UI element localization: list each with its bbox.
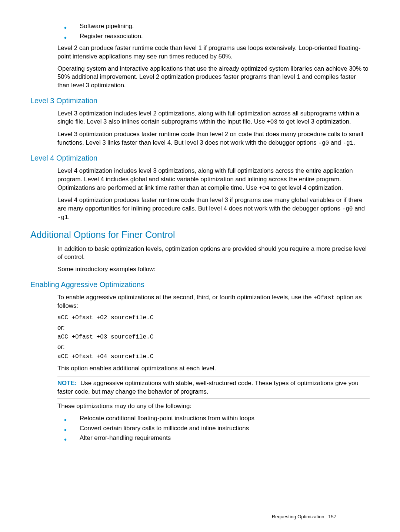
aggressive-para-1: To enable aggressive optimizations at th… xyxy=(57,293,370,310)
note-text: Use aggressive optimizations with stable… xyxy=(57,380,359,395)
level2-para-2: Operating system and interactive applica… xyxy=(57,65,370,90)
level3-para-1: Level 3 optimization includes level 2 op… xyxy=(57,110,370,127)
aggressive-para-2: This option enables additional optimizat… xyxy=(57,364,370,373)
level2-para-1: Level 2 can produce faster runtime code … xyxy=(57,44,370,61)
text-fragment: and xyxy=(329,139,343,146)
code-inline: -g1 xyxy=(343,140,353,147)
list-item: Register reassociation. xyxy=(57,32,370,41)
aggressive-heading: Enabling Aggressive Optimizations xyxy=(29,280,370,290)
or-text: or: xyxy=(57,324,370,332)
list-item: Convert certain library calls to millico… xyxy=(57,424,370,433)
list-item: Relocate conditional floating-point inst… xyxy=(57,414,370,423)
list-item: Software pipelining. xyxy=(57,22,370,31)
code-inline: -g1 xyxy=(57,214,68,221)
finer-control-heading: Additional Options for Finer Control xyxy=(29,229,370,241)
note-box: NOTE:Use aggressive optimizations with s… xyxy=(57,377,370,398)
top-bullet-list: Software pipelining. Register reassociat… xyxy=(57,22,370,40)
code-example-2: aCC +Ofast +O3 sourcefile.C xyxy=(57,333,370,341)
text-fragment: . xyxy=(68,213,70,220)
text-fragment: To enable aggressive optimizations at th… xyxy=(57,294,313,301)
page-footer: Requesting Optimization 157 xyxy=(272,514,336,520)
level3-para-2: Level 3 optimization produces faster run… xyxy=(57,130,370,147)
code-inline: +O4 xyxy=(259,185,270,192)
footer-section: Requesting Optimization xyxy=(272,514,324,519)
level4-heading: Level 4 Optimization xyxy=(29,153,370,163)
level4-para-1: Level 4 optimization includes level 3 op… xyxy=(57,167,370,192)
aggressive-para-3: These optimizations may do any of the fo… xyxy=(57,402,370,411)
bullet-text: Alter error-handling requirements xyxy=(80,434,171,441)
aggressive-bullet-list: Relocate conditional floating-point inst… xyxy=(57,414,370,442)
bullet-text: Register reassociation. xyxy=(80,33,143,40)
finer-para-1: In addition to basic optimization levels… xyxy=(57,245,370,262)
text-fragment: Level 4 optimization produces faster run… xyxy=(57,196,363,212)
bullet-text: Relocate conditional floating-point inst… xyxy=(80,415,254,422)
text-fragment: . xyxy=(353,139,355,146)
text-fragment: and xyxy=(353,205,365,212)
level3-heading: Level 3 Optimization xyxy=(29,96,370,106)
list-item: Alter error-handling requirements xyxy=(57,434,370,442)
code-example-1: aCC +Ofast +O2 sourcefile.C xyxy=(57,314,370,322)
text-fragment: to get level 4 optimization. xyxy=(270,184,343,191)
code-inline: +O3 xyxy=(267,119,277,125)
footer-page-number: 157 xyxy=(328,514,336,519)
or-text: or: xyxy=(57,343,370,351)
code-example-3: aCC +Ofast +O4 sourcefile.C xyxy=(57,353,370,361)
finer-para-2: Some introductory examples follow: xyxy=(57,265,370,274)
code-inline: -g0 xyxy=(342,206,353,212)
bullet-text: Software pipelining. xyxy=(80,23,134,30)
code-inline: -g0 xyxy=(318,140,329,147)
text-fragment: to get level 3 optimization. xyxy=(277,118,351,125)
text-fragment: Level 3 optimization produces faster run… xyxy=(57,131,363,146)
bullet-text: Convert certain library calls to millico… xyxy=(80,425,249,432)
note-label: NOTE: xyxy=(57,380,77,387)
code-inline: +Ofast xyxy=(313,294,335,301)
level4-para-2: Level 4 optimization produces faster run… xyxy=(57,196,370,222)
